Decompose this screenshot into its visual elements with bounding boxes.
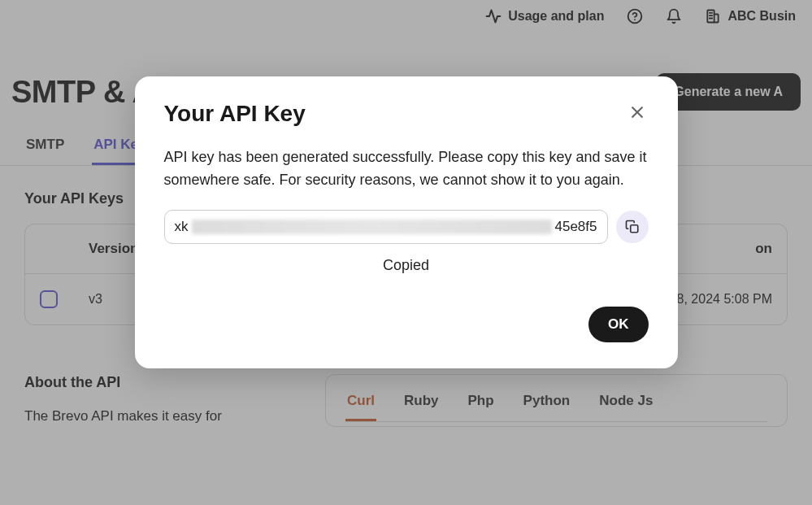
copy-icon — [625, 220, 640, 234]
key-prefix: xk — [175, 219, 189, 235]
svg-rect-8 — [630, 225, 637, 233]
modal-overlay: Your API Key API key has been generated … — [0, 0, 812, 505]
api-key-modal: Your API Key API key has been generated … — [135, 76, 678, 368]
copied-status: Copied — [164, 257, 649, 274]
modal-header: Your API Key — [164, 101, 649, 127]
copy-button[interactable] — [616, 211, 649, 243]
modal-title: Your API Key — [164, 101, 306, 127]
modal-body-text: API key has been generated successfully.… — [164, 146, 649, 192]
ok-button[interactable]: OK — [588, 307, 649, 342]
key-suffix: 45e8f5 — [555, 219, 597, 235]
close-icon[interactable] — [626, 101, 649, 124]
modal-footer: OK — [164, 307, 649, 342]
api-key-display[interactable]: xk 45e8f5 — [164, 210, 608, 244]
api-key-row: xk 45e8f5 — [164, 210, 649, 244]
key-obscured — [192, 220, 552, 234]
